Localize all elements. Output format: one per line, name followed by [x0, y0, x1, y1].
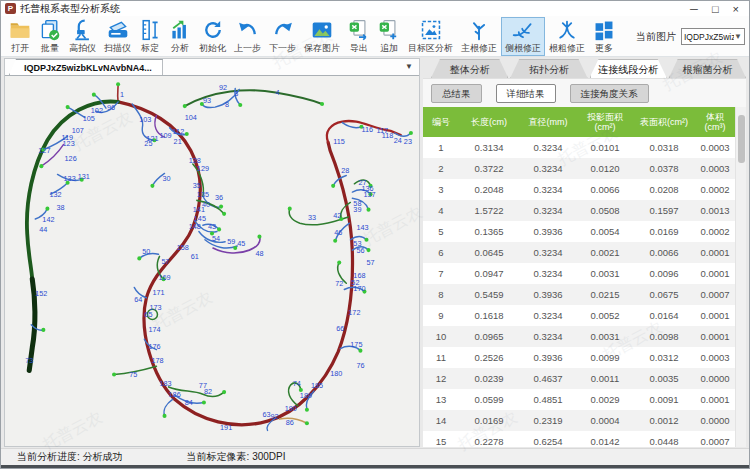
svg-text:64: 64: [134, 295, 142, 304]
toolbar-item-refresh[interactable]: 初始化: [195, 17, 230, 56]
toolbar-item-ruler[interactable]: 标定: [135, 17, 165, 56]
svg-text:129: 129: [197, 164, 209, 173]
table-row[interactable]: 41.57220.32340.05080.15970.0013: [423, 200, 735, 221]
toolbar-item-label: 标定: [141, 42, 159, 55]
table-cell: 0.0965: [459, 331, 519, 342]
segment-table: 编号长度(cm)直径(mm)投影面积 (cm²)表面积(cm²)体积(cm³) …: [423, 107, 735, 447]
analysis-tab-0[interactable]: 整体分析: [431, 59, 508, 78]
toolbar-item-undo-arrow[interactable]: 上一步: [230, 17, 265, 56]
toolbar-item-save-image[interactable]: 保存图片: [300, 17, 344, 56]
table-row[interactable]: 120.02390.46370.00110.00350.0000: [423, 368, 735, 389]
svg-text:169: 169: [158, 273, 170, 282]
table-cell: 0.0000: [695, 373, 735, 384]
tab-list-caret-icon[interactable]: ▼: [405, 59, 413, 75]
table-cell: 14: [423, 415, 459, 426]
toolbar-item-target-area[interactable]: 目标区分析: [404, 17, 457, 56]
svg-text:104: 104: [185, 112, 197, 121]
table-cell: 0.0001: [695, 268, 735, 279]
table-row[interactable]: 60.06450.32340.00210.00660.0001: [423, 242, 735, 263]
toolbar-item-folder[interactable]: 打开: [5, 17, 35, 56]
toolbar-item-scanner[interactable]: 扫描仪: [100, 17, 135, 56]
toolbar-item-main-root[interactable]: 主根修正: [457, 17, 501, 56]
svg-text:142: 142: [42, 215, 54, 224]
toolbar-item-append[interactable]: 追加: [374, 17, 404, 56]
analysis-tab-1[interactable]: 拓扑分析: [510, 59, 587, 78]
table-row[interactable]: 150.22780.62540.01420.04480.0007: [423, 431, 735, 447]
maximize-button[interactable]: □: [712, 2, 719, 16]
minimize-button[interactable]: ─: [690, 2, 698, 16]
toolbar-item-label: 保存图片: [304, 42, 340, 55]
root-width-icon: [556, 19, 578, 41]
table-cell: 12: [423, 373, 459, 384]
svg-text:152: 152: [35, 289, 47, 298]
table-row[interactable]: 90.16180.32340.00520.01640.0001: [423, 305, 735, 326]
svg-text:82: 82: [204, 387, 212, 396]
table-cell: 0.0004: [577, 415, 633, 426]
svg-text:59: 59: [227, 237, 235, 246]
table-cell: 0.3134: [459, 142, 519, 153]
svg-text:191: 191: [220, 423, 232, 432]
table-row[interactable]: 30.20480.32340.00660.02080.0002: [423, 179, 735, 200]
svg-text:123: 123: [63, 139, 75, 148]
table-row[interactable]: 140.01690.23190.00040.00120.0000: [423, 410, 735, 431]
table-cell: 0.0096: [633, 268, 695, 279]
batch-icon: [39, 19, 61, 41]
main-root-trace: [118, 102, 352, 425]
svg-text:28: 28: [341, 166, 349, 175]
current-image-label: 当前图片: [636, 30, 676, 44]
toolbar-item-analysis-chart[interactable]: 分析: [165, 17, 195, 56]
chevron-down-icon: ▼: [734, 32, 742, 41]
toolbar-item-batch[interactable]: 批量: [35, 17, 65, 56]
toolbar-item-root-width[interactable]: 根粗修正: [545, 17, 589, 56]
image-viewer-panel: IQDPJxZ5wizbKLvNAvbNA4... ▼: [4, 58, 420, 447]
svg-text:141: 141: [193, 205, 205, 214]
current-image-dropdown[interactable]: IQDPJxZ5wizb ▼: [681, 28, 745, 45]
toolbar-item-label: 高拍仪: [69, 42, 96, 55]
export-icon: [348, 19, 370, 41]
table-cell: 9: [423, 310, 459, 321]
result-button-2[interactable]: 连接角度关系: [570, 84, 649, 103]
folder-icon: [9, 19, 31, 41]
table-row[interactable]: 100.09650.32340.00310.00980.0001: [423, 326, 735, 347]
table-cell: 0.0007: [695, 436, 735, 447]
root-image-canvas[interactable]: 1923493896102105107119123127126133131132…: [5, 76, 419, 446]
analysis-tab-3[interactable]: 根瘤菌分析: [669, 59, 746, 78]
svg-text:105: 105: [83, 113, 95, 122]
toolbar-item-doc-camera[interactable]: 高拍仪: [65, 17, 100, 56]
result-button-0[interactable]: 总结果: [431, 84, 482, 103]
toolbar-item-lateral-root[interactable]: 侧根修正: [501, 17, 545, 56]
analysis-tab-2[interactable]: 连接线段分析: [590, 59, 667, 78]
table-cell: 0.0066: [577, 184, 633, 195]
scrollbar-thumb[interactable]: [738, 115, 745, 163]
table-rows: 10.31340.32340.01010.03180.000320.37220.…: [423, 137, 735, 447]
svg-text:170: 170: [353, 283, 365, 292]
svg-text:38: 38: [56, 203, 64, 212]
app-logo-icon: P: [5, 3, 16, 14]
table-cell: 3: [423, 184, 459, 195]
result-button-1[interactable]: 详细结果: [496, 84, 556, 103]
table-row[interactable]: 70.09470.32340.00310.00960.0001: [423, 263, 735, 284]
table-row[interactable]: 80.54590.39360.02150.06750.0007: [423, 284, 735, 305]
table-scrollbar[interactable]: [735, 107, 746, 447]
svg-text:72: 72: [335, 279, 343, 288]
table-cell: 0.0066: [633, 247, 695, 258]
svg-text:133: 133: [64, 174, 76, 183]
svg-text:23: 23: [404, 137, 412, 146]
image-tab[interactable]: IQDPJxZ5wizbKLvNAvbNA4...: [9, 59, 163, 75]
image-tab-bar: IQDPJxZ5wizbKLvNAvbNA4... ▼: [5, 59, 419, 76]
table-cell: 0.0239: [459, 373, 519, 384]
window-bottom-edge: [1, 465, 749, 468]
close-button[interactable]: ×: [733, 2, 739, 16]
table-row[interactable]: 130.05990.48510.00290.00910.0001: [423, 389, 735, 410]
table-row[interactable]: 50.13650.39360.00540.01690.0002: [423, 221, 735, 242]
toolbar-item-redo-arrow[interactable]: 下一步: [265, 17, 300, 56]
table-row[interactable]: 110.25260.39360.00990.03120.0003: [423, 347, 735, 368]
toolbar-item-export[interactable]: 导出: [344, 17, 374, 56]
table-row[interactable]: 10.31340.32340.01010.03180.0003: [423, 137, 735, 158]
table-row[interactable]: 20.37220.32340.01200.03780.0003: [423, 158, 735, 179]
svg-text:4: 4: [276, 88, 280, 97]
toolbar-item-grid-more[interactable]: 更多: [589, 17, 619, 56]
svg-text:74: 74: [293, 379, 301, 388]
table-cell: 6: [423, 247, 459, 258]
table-cell: 10: [423, 331, 459, 342]
